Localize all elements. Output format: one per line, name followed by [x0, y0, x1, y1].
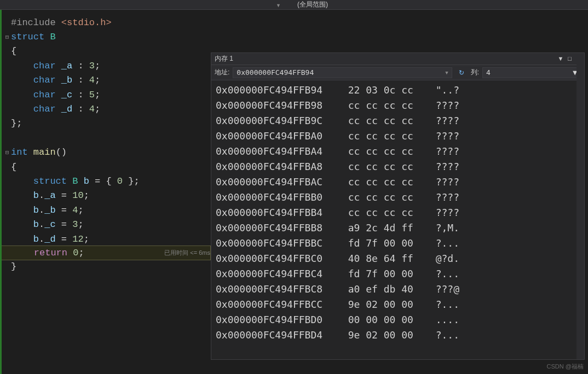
memory-hex: cc cc cc cc — [336, 205, 424, 220]
memory-address: 0x000000FC494FFBAC — [216, 174, 336, 190]
memory-address: 0x000000FC494FFBC0 — [216, 251, 336, 266]
memory-ascii: "..? — [424, 83, 459, 98]
perf-hint: 已用时间 <= 6ms — [164, 249, 210, 257]
fold-icon[interactable]: ⊟ — [3, 149, 11, 156]
scope-bar: ▼ (全局范围) — [0, 0, 588, 10]
memory-hex: 00 00 00 00 — [336, 312, 424, 328]
scrollbar[interactable] — [577, 80, 584, 359]
memory-hex: 22 03 0c cc — [336, 83, 424, 98]
scope-text[interactable]: (全局范围) — [297, 0, 328, 9]
memory-toolbar: 地址: 0x000000FC494FFB94 ▼ ↻ 列: 4 ▼ — [211, 65, 584, 80]
code-line[interactable]: char _d : 4; — [0, 102, 211, 116]
refresh-icon[interactable]: ↻ — [456, 67, 468, 78]
memory-row[interactable]: 0x000000FC494FFB9C cc cc cc cc ???? — [216, 113, 580, 128]
chevron-down-icon[interactable]: ▼ — [445, 70, 448, 75]
address-label: 地址: — [215, 68, 229, 77]
code-text: struct B — [11, 32, 211, 42]
memory-ascii: ???? — [424, 205, 459, 220]
memory-address: 0x000000FC494FFB98 — [216, 98, 336, 113]
memory-row[interactable]: 0x000000FC494FFBA8 cc cc cc cc ???? — [216, 159, 580, 174]
code-text: #include <stdio.h> — [11, 17, 211, 28]
memory-row[interactable]: 0x000000FC494FFBB0 cc cc cc cc ???? — [216, 190, 580, 205]
code-editor[interactable]: #include <stdio.h>⊟struct B{ char _a : 3… — [0, 10, 211, 374]
code-line[interactable]: b._c = 3; — [0, 217, 211, 231]
memory-hex: 9e 02 00 00 — [336, 297, 424, 312]
code-line[interactable]: ⊟int main() — [0, 145, 211, 160]
memory-header[interactable]: 内存 1 ▼ □ ✕ — [211, 53, 584, 65]
code-text: } — [11, 261, 211, 272]
memory-hex: cc cc cc cc — [336, 113, 424, 128]
memory-ascii: ?... — [424, 266, 459, 282]
scope-dropdown[interactable]: ▼ — [274, 1, 281, 9]
code-line[interactable]: { — [0, 44, 211, 59]
memory-row[interactable]: 0x000000FC494FFBC4 fd 7f 00 00 ?... — [216, 266, 580, 282]
code-line[interactable]: ⊟struct B — [0, 30, 211, 44]
code-text: { — [11, 162, 211, 172]
memory-ascii: .... — [424, 312, 459, 328]
memory-row[interactable]: 0x000000FC494FFBD0 00 00 00 00 .... — [216, 312, 580, 328]
address-input[interactable]: 0x000000FC494FFB94 ▼ — [233, 67, 452, 78]
dropdown-icon[interactable]: ▼ — [557, 55, 563, 62]
memory-address: 0x000000FC494FFBB4 — [216, 205, 336, 220]
memory-address: 0x000000FC494FFBA4 — [216, 144, 336, 159]
memory-hex: cc cc cc cc — [336, 128, 424, 144]
code-line[interactable]: char _b : 4; — [0, 73, 211, 87]
code-line[interactable]: char _c : 5; — [0, 87, 211, 102]
code-line[interactable]: }; — [0, 116, 211, 131]
memory-row[interactable]: 0x000000FC494FFBAC cc cc cc cc ???? — [216, 174, 580, 190]
code-text: b._b = 4; — [11, 205, 211, 215]
code-line[interactable]: char _a : 3; — [0, 59, 211, 73]
memory-panel: 内存 1 ▼ □ ✕ 地址: 0x000000FC494FFB94 ▼ ↻ 列:… — [211, 52, 585, 360]
memory-row[interactable]: 0x000000FC494FFBB8 a9 2c 4d ff ?,M. — [216, 220, 580, 236]
memory-ascii: ?... — [424, 236, 459, 251]
memory-hex: cc cc cc cc — [336, 98, 424, 113]
memory-ascii: ???? — [424, 113, 459, 128]
code-line[interactable]: #include <stdio.h> — [0, 15, 211, 30]
memory-row[interactable]: 0x000000FC494FFBD4 9e 02 00 00 ?... — [216, 328, 580, 343]
maximize-icon[interactable]: □ — [568, 55, 572, 62]
memory-row[interactable]: 0x000000FC494FFB94 22 03 0c cc "..? — [216, 83, 580, 98]
columns-input[interactable]: 4 ▼ — [482, 67, 581, 78]
memory-row[interactable]: 0x000000FC494FFBC0 40 8e 64 ff @?d. — [216, 251, 580, 266]
memory-hex: 40 8e 64 ff — [336, 251, 424, 266]
code-line[interactable]: struct B b = { 0 }; — [0, 174, 211, 188]
code-text: struct B b = { 0 }; — [11, 176, 211, 186]
memory-row[interactable]: 0x000000FC494FFBA4 cc cc cc cc ???? — [216, 144, 580, 159]
memory-hex: cc cc cc cc — [336, 174, 424, 190]
code-text: b._c = 3; — [11, 219, 211, 230]
memory-row[interactable]: 0x000000FC494FFB98 cc cc cc cc ???? — [216, 98, 580, 113]
memory-row[interactable]: 0x000000FC494FFBA0 cc cc cc cc ???? — [216, 128, 580, 144]
memory-ascii: ???? — [424, 159, 459, 174]
memory-ascii: ???? — [424, 190, 459, 205]
memory-ascii: @?d. — [424, 251, 459, 266]
memory-body[interactable]: 0x000000FC494FFB94 22 03 0c cc "..?0x000… — [211, 80, 584, 359]
memory-row[interactable]: 0x000000FC494FFBBC fd 7f 00 00 ?... — [216, 236, 580, 251]
code-text: char _a : 3; — [11, 61, 211, 71]
memory-address: 0x000000FC494FFB94 — [216, 83, 336, 98]
code-line[interactable]: { — [0, 160, 211, 174]
memory-ascii: ???? — [424, 174, 459, 190]
memory-hex: a0 ef db 40 — [336, 282, 424, 297]
watermark: CSDN @福楠 — [547, 363, 584, 371]
columns-label: 列: — [471, 68, 479, 77]
memory-hex: cc cc cc cc — [336, 190, 424, 205]
code-line[interactable]: } — [0, 260, 211, 274]
memory-title: 内存 1 — [215, 54, 557, 63]
memory-hex: fd 7f 00 00 — [336, 236, 424, 251]
memory-hex: a9 2c 4d ff — [336, 220, 424, 236]
code-text: return 0; — [11, 248, 159, 258]
memory-row[interactable]: 0x000000FC494FFBC8 a0 ef db 40 ???@ — [216, 282, 580, 297]
code-line[interactable]: b._b = 4; — [0, 203, 211, 217]
code-line[interactable]: b._a = 10; — [0, 189, 211, 203]
memory-address: 0x000000FC494FFBC8 — [216, 282, 336, 297]
memory-address: 0x000000FC494FFBA8 — [216, 159, 336, 174]
fold-icon[interactable]: ⊟ — [3, 33, 11, 40]
memory-row[interactable]: 0x000000FC494FFBB4 cc cc cc cc ???? — [216, 205, 580, 220]
memory-row[interactable]: 0x000000FC494FFBCC 9e 02 00 00 ?... — [216, 297, 580, 312]
code-line[interactable] — [0, 131, 211, 145]
memory-address: 0x000000FC494FFB9C — [216, 113, 336, 128]
code-line[interactable]: return 0;已用时间 <= 6ms — [0, 246, 211, 260]
code-line[interactable]: b._d = 12; — [0, 232, 211, 246]
memory-hex: 9e 02 00 00 — [336, 328, 424, 343]
memory-ascii: ?... — [424, 297, 459, 312]
